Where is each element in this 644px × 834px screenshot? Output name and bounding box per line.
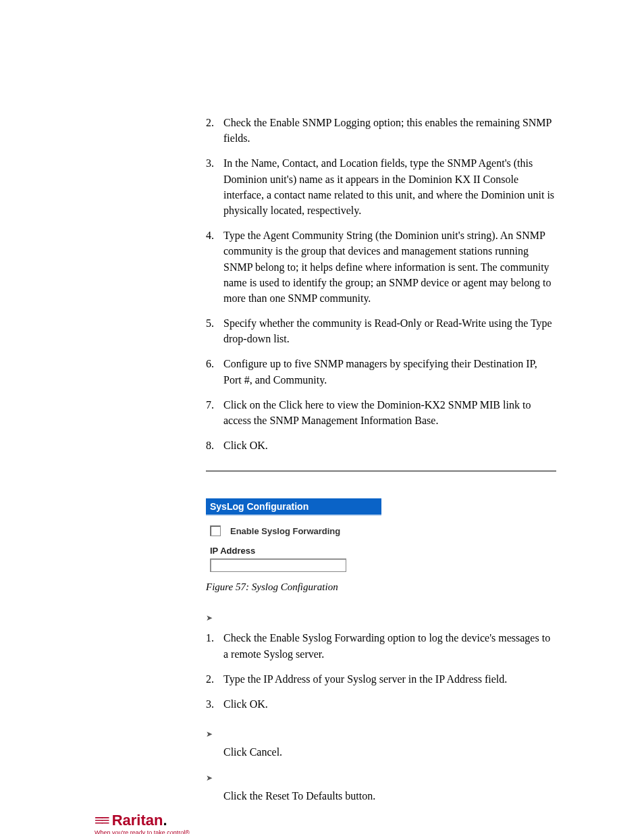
syslog-step-1: 1.Check the Enable Syslog Forwarding opt…: [206, 630, 556, 661]
arrow-bullet-icon: ➤: [206, 729, 556, 739]
step-5: 5.Specify whether the community is Read-…: [206, 315, 556, 346]
step-number: 2.: [206, 115, 223, 130]
step-text: Click OK.: [223, 696, 556, 712]
snmp-steps-list: 2.Check the Enable SNMP Logging option; …: [206, 115, 556, 453]
enable-syslog-label: Enable Syslog Forwarding: [230, 526, 340, 536]
step-number: 8.: [206, 438, 223, 453]
brand-logo: ≡≡ Raritan. When you're ready to take co…: [95, 812, 190, 834]
step-number: 3.: [206, 696, 223, 712]
step-4: 4.Type the Agent Community String (the D…: [206, 228, 556, 306]
logo-dot: .: [163, 812, 167, 829]
syslog-config-panel: SysLog Configuration Enable Syslog Forwa…: [206, 498, 381, 575]
panel-title: SysLog Configuration: [206, 498, 381, 516]
step-7: 7.Click on the Click here to view the Do…: [206, 397, 556, 428]
document-page: 2.Check the Enable SNMP Logging option; …: [0, 0, 644, 834]
step-text: Check the Enable SNMP Logging option; th…: [223, 115, 556, 146]
logo-brand-text: Raritan: [112, 812, 163, 829]
figure-caption: Figure 57: Syslog Configuration: [206, 581, 556, 593]
horizontal-rule: [206, 471, 556, 471]
step-text: Click on the Click here to view the Domi…: [223, 397, 556, 428]
step-number: 7.: [206, 397, 223, 413]
arrow-bullet-icon: ➤: [206, 773, 556, 783]
syslog-step-2: 2.Type the IP Address of your Syslog ser…: [206, 671, 556, 687]
step-text: Check the Enable Syslog Forwarding optio…: [223, 630, 556, 661]
enable-syslog-row: Enable Syslog Forwarding: [210, 525, 377, 536]
arrow-bullet-icon: ➤: [206, 613, 556, 623]
logo-glyph-icon: ≡≡: [95, 812, 108, 829]
syslog-steps-list: 1.Check the Enable Syslog Forwarding opt…: [206, 630, 556, 712]
step-text: Click OK.: [223, 438, 556, 453]
panel-body: Enable Syslog Forwarding IP Address: [206, 516, 381, 575]
ip-address-input[interactable]: [210, 558, 346, 572]
syslog-step-3: 3.Click OK.: [206, 696, 556, 712]
step-number: 3.: [206, 155, 223, 171]
cancel-instruction: Click Cancel.: [223, 746, 556, 758]
step-number: 4.: [206, 228, 223, 243]
step-text: In the Name, Contact, and Location field…: [223, 155, 556, 218]
reset-instruction: Click the Reset To Defaults button.: [223, 790, 556, 802]
step-text: Specify whether the community is Read-On…: [223, 315, 556, 346]
step-number: 6.: [206, 356, 223, 371]
step-text: Type the Agent Community String (the Dom…: [223, 228, 556, 306]
step-number: 2.: [206, 671, 223, 687]
step-number: 1.: [206, 630, 223, 646]
step-text: Configure up to five SNMP managers by sp…: [223, 356, 556, 387]
step-6: 6.Configure up to five SNMP managers by …: [206, 356, 556, 387]
step-3: 3.In the Name, Contact, and Location fie…: [206, 155, 556, 218]
ip-address-label: IP Address: [210, 546, 377, 556]
step-2: 2.Check the Enable SNMP Logging option; …: [206, 115, 556, 146]
logo-tagline: When you're ready to take control®: [95, 829, 190, 834]
step-number: 5.: [206, 315, 223, 331]
step-8: 8.Click OK.: [206, 438, 556, 453]
step-text: Type the IP Address of your Syslog serve…: [223, 671, 556, 687]
enable-syslog-checkbox[interactable]: [210, 525, 221, 536]
